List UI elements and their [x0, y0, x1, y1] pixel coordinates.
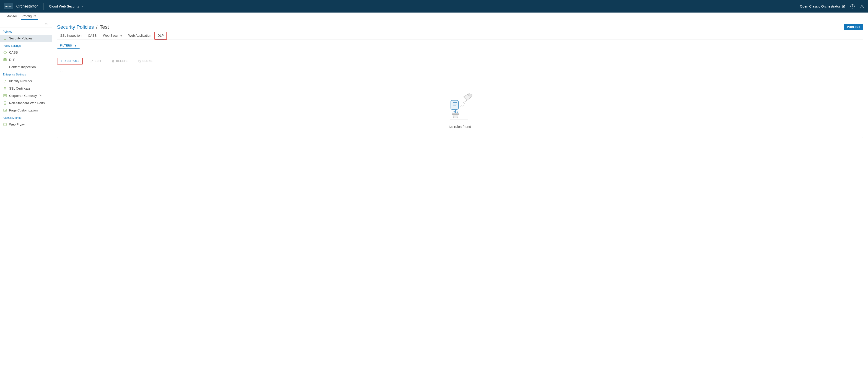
sidebar-item-label: Identity Provider [9, 79, 32, 83]
sidebar-item-label: SSL Certificate [9, 87, 30, 90]
sidebar: Policies Security Policies Policy Settin… [0, 20, 52, 380]
empty-state: No rules found [57, 74, 863, 138]
sidebar-item-security-policies[interactable]: Security Policies [0, 35, 52, 42]
sidebar-collapse-bar [0, 20, 52, 28]
boxes-icon [3, 94, 7, 98]
sidebar-item-dlp[interactable]: DLP [0, 56, 52, 63]
svg-rect-5 [4, 88, 6, 90]
lock-icon [3, 87, 7, 90]
window-icon [3, 123, 7, 126]
crosshair-icon [3, 65, 7, 69]
svg-rect-14 [139, 61, 141, 62]
external-link-icon [842, 5, 845, 8]
clipboard-lock-icon [3, 101, 7, 105]
breadcrumb-separator: / [96, 24, 98, 30]
delete-label: DELETE [116, 60, 127, 63]
shield-icon [3, 36, 7, 40]
delete-button: DELETE [109, 58, 130, 64]
publish-button[interactable]: PUBLISH [844, 24, 863, 30]
sidebar-item-label: Page Customization [9, 108, 38, 112]
svg-point-1 [861, 5, 863, 6]
main-content: Security Policies / Test PUBLISH SSL Ins… [52, 20, 868, 380]
filter-icon [74, 44, 77, 47]
sidebar-item-label: Non-Standard Web Ports [9, 101, 45, 105]
sidebar-section-enterprise-settings: Enterprise Settings [0, 71, 52, 77]
sidebar-item-non-standard-web-ports[interactable]: Non-Standard Web Ports [0, 99, 52, 107]
policy-tab-dlp[interactable]: DLP [154, 32, 167, 40]
clone-label: CLONE [143, 60, 153, 63]
empty-state-text: No rules found [449, 125, 471, 129]
svg-rect-8 [4, 96, 5, 97]
edit-label: EDIT [95, 60, 101, 63]
breadcrumb-current: Test [100, 24, 109, 30]
table-header [57, 67, 863, 74]
policy-tab-casb[interactable]: CASB [85, 32, 100, 39]
sidebar-item-ssl-certificate[interactable]: SSL Certificate [0, 85, 52, 92]
policy-tab-web-security[interactable]: Web Security [100, 32, 125, 39]
grid-icon [3, 58, 7, 62]
svg-point-3 [4, 66, 6, 68]
filters-button[interactable]: FILTERS [57, 43, 80, 49]
svg-point-15 [469, 94, 472, 96]
vmw-logo: vmw [4, 3, 13, 9]
breadcrumb-row: Security Policies / Test PUBLISH [57, 24, 863, 30]
top-header: vmw Orchestrator Cloud Web Security Open… [0, 0, 868, 12]
pencil-icon [90, 60, 93, 63]
sidebar-item-web-proxy[interactable]: Web Proxy [0, 121, 52, 128]
sidebar-item-label: Content Inspection [9, 65, 36, 69]
app-title: Orchestrator [16, 4, 38, 9]
nav-tab-configure[interactable]: Configure [20, 12, 39, 20]
sidebar-item-label: Security Policies [9, 36, 33, 40]
trash-icon [112, 60, 115, 63]
action-row: ADD RULE EDIT DELETE CLONE [57, 58, 863, 64]
svg-rect-16 [452, 113, 459, 115]
svg-point-4 [4, 81, 5, 82]
svg-rect-7 [5, 94, 6, 96]
body: Policies Security Policies Policy Settin… [0, 20, 868, 380]
sidebar-item-label: DLP [9, 58, 15, 62]
svg-rect-6 [4, 94, 5, 96]
select-all-checkbox[interactable] [60, 69, 63, 72]
sidebar-item-corporate-gateway-ips[interactable]: Corporate Gateway IPs [0, 92, 52, 99]
policy-tab-ssl-inspection[interactable]: SSL Inspection [57, 32, 85, 39]
help-icon[interactable] [850, 4, 855, 9]
policy-tabs: SSL Inspection CASB Web Security Web App… [57, 32, 863, 39]
sidebar-section-policy-settings: Policy Settings [0, 42, 52, 49]
sidebar-item-label: CASB [9, 51, 18, 54]
svg-point-11 [5, 103, 5, 104]
sidebar-section-access-method: Access Method [0, 114, 52, 121]
key-icon [3, 79, 7, 83]
sidebar-item-page-customization[interactable]: Page Customization [0, 107, 52, 114]
plus-icon [60, 60, 63, 63]
policy-tab-web-application[interactable]: Web Application [125, 32, 154, 39]
sidebar-item-label: Web Proxy [9, 123, 25, 126]
clone-button: CLONE [135, 58, 156, 64]
sidebar-item-identity-provider[interactable]: Identity Provider [0, 77, 52, 85]
collapse-icon[interactable] [44, 22, 48, 26]
edit-button: EDIT [87, 58, 104, 64]
sidebar-item-content-inspection[interactable]: Content Inspection [0, 63, 52, 71]
user-icon[interactable] [860, 4, 864, 9]
svg-rect-2 [4, 58, 6, 61]
sidebar-item-casb[interactable]: CASB [0, 49, 52, 56]
rules-table: No rules found [57, 67, 863, 138]
breadcrumb-parent[interactable]: Security Policies [57, 24, 94, 30]
empty-state-illustration [444, 90, 476, 122]
add-rule-button[interactable]: ADD RULE [57, 58, 83, 64]
context-dropdown[interactable]: Cloud Web Security [49, 4, 84, 8]
open-classic-link[interactable]: Open Classic Orchestrator [800, 4, 845, 8]
classic-link-label: Open Classic Orchestrator [800, 4, 840, 8]
header-right: Open Classic Orchestrator [800, 4, 864, 9]
cloud-icon [3, 51, 7, 54]
breadcrumb: Security Policies / Test [57, 24, 109, 30]
svg-rect-13 [4, 123, 6, 126]
chevron-down-icon [82, 5, 84, 8]
context-dropdown-label: Cloud Web Security [49, 4, 79, 8]
edit-square-icon [3, 108, 7, 112]
filters-label: FILTERS [60, 44, 72, 47]
secondary-nav: Monitor Configure [0, 12, 868, 20]
nav-tab-monitor[interactable]: Monitor [4, 12, 20, 20]
add-rule-label: ADD RULE [64, 60, 80, 63]
svg-rect-9 [5, 96, 6, 97]
copy-icon [138, 60, 141, 63]
